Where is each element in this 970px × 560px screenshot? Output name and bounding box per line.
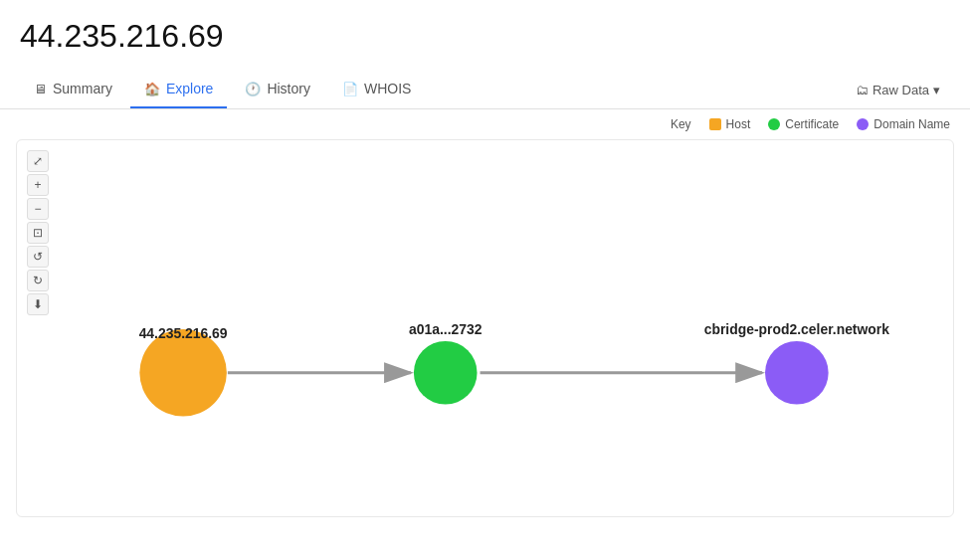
tab-whois[interactable]: 📄 WHOIS bbox=[328, 71, 425, 108]
download-button[interactable]: ⬇ bbox=[27, 293, 49, 315]
whois-icon: 📄 bbox=[342, 82, 358, 96]
expand-button[interactable]: ⤢ bbox=[27, 150, 49, 172]
node-host-label: 44.235.216.69 bbox=[139, 325, 228, 341]
legend-certificate-label: Certificate bbox=[785, 117, 839, 131]
page-header: 44.235.216.69 bbox=[0, 0, 970, 55]
legend-domain-label: Domain Name bbox=[873, 117, 950, 131]
graph-svg: 44.235.216.69 a01a...2732 cbridge-prod2.… bbox=[17, 140, 953, 516]
monitor-icon: 🖥 bbox=[34, 82, 47, 96]
graph-container: ⤢ + − ⊡ ↺ ↻ ⬇ 44.235.216.69 a01a...2732 … bbox=[16, 139, 954, 517]
ip-title: 44.235.216.69 bbox=[20, 18, 950, 55]
tab-history-label: History bbox=[267, 81, 310, 96]
zoom-out-button[interactable]: − bbox=[27, 198, 49, 220]
node-cert-label: a01a...2732 bbox=[409, 321, 483, 337]
tabs-bar: 🖥 Summary 🏠 Explore 🕐 History 📄 WHOIS 🗂 … bbox=[0, 71, 970, 109]
zoom-in-button[interactable]: + bbox=[27, 174, 49, 196]
tab-summary-label: Summary bbox=[53, 81, 112, 96]
tab-history[interactable]: 🕐 History bbox=[231, 71, 324, 108]
tabs-left: 🖥 Summary 🏠 Explore 🕐 History 📄 WHOIS bbox=[20, 71, 425, 108]
fit-button[interactable]: ⊡ bbox=[27, 222, 49, 244]
raw-data-icon: 🗂 bbox=[856, 83, 869, 97]
node-domain-label: cbridge-prod2.celer.network bbox=[704, 321, 890, 337]
certificate-color-swatch bbox=[768, 118, 780, 130]
legend-host: Host bbox=[709, 117, 751, 131]
explore-icon: 🏠 bbox=[144, 82, 160, 96]
tab-summary[interactable]: 🖥 Summary bbox=[20, 71, 126, 108]
legend-host-label: Host bbox=[726, 117, 751, 131]
legend-bar: Key Host Certificate Domain Name bbox=[0, 109, 970, 139]
legend-domain: Domain Name bbox=[857, 117, 950, 131]
raw-data-button[interactable]: 🗂 Raw Data ▾ bbox=[846, 77, 950, 103]
tab-explore[interactable]: 🏠 Explore bbox=[130, 71, 227, 108]
tabs-right: 🗂 Raw Data ▾ bbox=[846, 77, 950, 103]
domain-color-swatch bbox=[857, 118, 869, 130]
history-icon: 🕐 bbox=[245, 82, 261, 96]
graph-controls: ⤢ + − ⊡ ↺ ↻ ⬇ bbox=[27, 150, 49, 315]
node-host-circle[interactable] bbox=[139, 329, 227, 417]
host-color-swatch bbox=[709, 118, 721, 130]
undo-button[interactable]: ↺ bbox=[27, 246, 49, 268]
legend-key-label: Key bbox=[671, 117, 691, 131]
tab-explore-label: Explore bbox=[166, 81, 213, 96]
legend-certificate: Certificate bbox=[768, 117, 839, 131]
node-cert-circle[interactable] bbox=[414, 341, 478, 405]
node-domain-circle[interactable] bbox=[765, 341, 829, 405]
redo-button[interactable]: ↻ bbox=[27, 270, 49, 291]
tab-whois-label: WHOIS bbox=[364, 81, 411, 96]
chevron-down-icon: ▾ bbox=[933, 83, 940, 97]
raw-data-label: Raw Data bbox=[873, 83, 929, 97]
